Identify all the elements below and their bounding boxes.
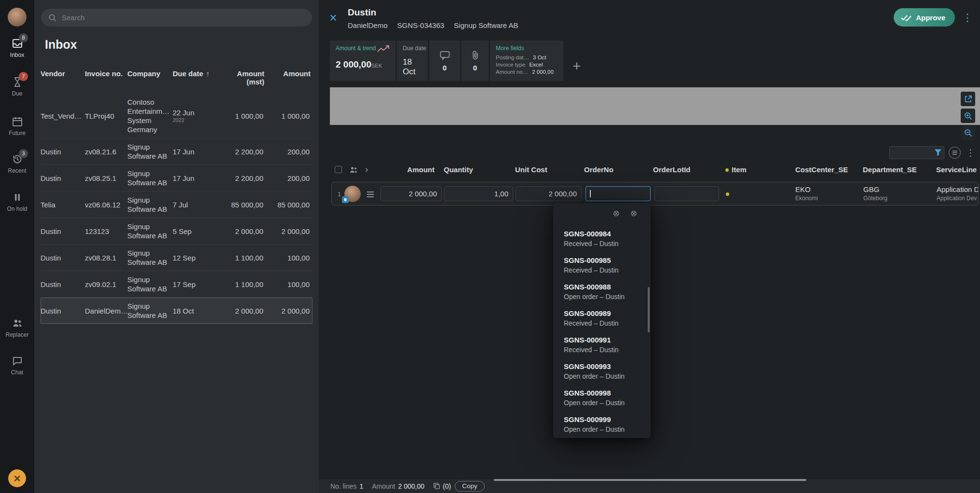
order-option[interactable]: SGNS-000988 Open order – Dustin	[553, 278, 651, 305]
sidebar-item-due[interactable]: 7 Due	[0, 76, 34, 97]
sidebar-label: Chat	[0, 369, 34, 376]
comments-card[interactable]: 0	[429, 41, 460, 81]
sidebar-item-future[interactable]: Future	[0, 116, 34, 137]
line-quantity-field[interactable]: 1,00	[444, 186, 513, 201]
invoice-row[interactable]: Dustin zv08.25.1 Signup Software AB 17 J…	[41, 165, 313, 192]
zoom-in-button[interactable]	[961, 109, 975, 123]
invoice-row[interactable]: Test_Vend… TLProj40 Contoso Entertainm… …	[41, 94, 313, 138]
line-unit-cost-field[interactable]: 2 000,00	[516, 186, 582, 201]
document-preview[interactable]	[330, 87, 980, 125]
column-settings-button[interactable]	[949, 147, 961, 159]
cell-invoice-no: zv08.28.1	[85, 253, 127, 262]
invoice-row[interactable]: Dustin zv09.02.1 Signup Software AB 17 S…	[41, 271, 313, 298]
line-costcenter-cell[interactable]: EKO Ekonomi	[795, 185, 818, 203]
lines-menu-icon[interactable]: ⋮	[965, 147, 976, 158]
invoice-row[interactable]: Dustin zv08.21.6 Signup Software AB 17 J…	[41, 138, 313, 165]
expand-lines-icon[interactable]: ›	[365, 164, 368, 175]
line-assignee-avatar[interactable]	[344, 186, 361, 202]
cell-amount-mst: 2 000,00	[220, 306, 266, 315]
line-amount-field[interactable]: 2 000,00	[381, 186, 442, 201]
add-card-button[interactable]: +	[572, 59, 581, 73]
summary-cards: Amount & trend 2 000,00SEK Due date 18 O…	[330, 41, 581, 81]
col-header-vendor[interactable]: Vendor	[41, 69, 85, 78]
dropdown-scrollbar[interactable]	[648, 287, 650, 332]
search-input[interactable]	[62, 14, 305, 22]
invoice-row[interactable]: Dustin zv08.28.1 Signup Software AB 12 S…	[41, 245, 313, 271]
amount-trend-card[interactable]: Amount & trend 2 000,00SEK	[330, 41, 395, 81]
user-avatar[interactable]	[8, 8, 27, 27]
col-header-costcenter[interactable]: CostCenter_SE	[795, 165, 848, 174]
order-status: Open order – Dustin	[564, 398, 646, 408]
col-header-orderno[interactable]: OrderNo	[584, 165, 613, 174]
line-serviceline-cell[interactable]: Application D Application Dev	[937, 185, 979, 203]
col-header-company[interactable]: Company	[127, 69, 173, 78]
zoom-out-button[interactable]	[961, 125, 975, 140]
cell-amount-mst: 1 100,00	[220, 280, 266, 289]
detail-company: Signup Software AB	[454, 21, 518, 29]
due-date-card[interactable]: Due date 18 Oct	[397, 41, 428, 81]
order-id: SGNS-000993	[564, 361, 646, 371]
filter-icon[interactable]	[934, 149, 942, 156]
more-fields-card[interactable]: More fields Posting dat…3 Oct Invoice ty…	[490, 41, 563, 81]
sidebar-item-on-hold[interactable]: On hold	[0, 192, 34, 212]
due-badge: 7	[19, 72, 28, 81]
detail-menu-icon[interactable]: ⋮	[962, 12, 973, 24]
sidebar-item-recent[interactable]: 3 Recent	[0, 153, 34, 174]
attachments-card[interactable]: 0	[462, 41, 489, 81]
sidebar-item-replacer[interactable]: Replacer	[0, 317, 34, 338]
copies-count: (0)	[443, 482, 451, 490]
document-tools	[961, 92, 975, 140]
col-header-quantity[interactable]: Quantity	[444, 165, 473, 174]
clear-value-icon[interactable]: ⊗	[613, 208, 620, 219]
cell-vendor: Dustin	[41, 306, 85, 315]
dropdown-tools: ⊗ ⊗	[613, 208, 638, 219]
invoice-line-row[interactable]: 1 2 000,00 1,00 2 000,00 EKO Ekonomi GBG…	[331, 182, 979, 205]
col-header-orderlotid[interactable]: OrderLotId	[653, 165, 691, 174]
col-header-due-date[interactable]: Due date↑	[173, 69, 220, 78]
sidebar-item-chat[interactable]: Chat	[0, 355, 34, 376]
external-link-icon	[964, 95, 972, 103]
cell-vendor: Dustin	[41, 280, 85, 289]
select-all-checkbox[interactable]	[335, 166, 342, 173]
orderno-dropdown: ⊗ ⊗ SGNS-000984 Received – Dustin SGNS-0…	[553, 203, 651, 438]
order-option[interactable]: SGNS-000999 Open order – Dustin	[553, 411, 651, 438]
cell-due-date: 17 Jun	[173, 147, 220, 156]
cell-due-date: 18 Oct	[173, 306, 220, 315]
open-external-button[interactable]	[961, 92, 975, 106]
col-header-line-amount[interactable]: Amount	[386, 165, 435, 174]
col-header-invoice-no[interactable]: Invoice no.	[85, 69, 127, 78]
cell-invoice-no: TLProj40	[85, 111, 127, 121]
col-header-amount-mst[interactable]: Amount(mst)	[220, 69, 266, 86]
copy-button[interactable]: Copy	[455, 481, 485, 492]
order-id: SGNS-000984	[564, 229, 646, 239]
clear-filter-icon[interactable]: ⊗	[630, 208, 637, 219]
order-option[interactable]: SGNS-000984 Received – Dustin	[553, 225, 651, 252]
no-lines-label: No. lines	[330, 482, 356, 490]
invoice-row-selected[interactable]: Dustin DanielDem… Signup Software AB 18 …	[41, 298, 313, 324]
assignees-icon[interactable]	[349, 165, 358, 174]
horizontal-scrollbar[interactable]	[494, 479, 806, 481]
order-option[interactable]: SGNS-000985 Received – Dustin	[553, 252, 651, 278]
col-header-unit-cost[interactable]: Unit Cost	[515, 165, 547, 174]
col-header-serviceline[interactable]: ServiceLine	[936, 165, 977, 174]
line-orderno-field[interactable]	[585, 186, 651, 201]
line-orderlotid-field[interactable]	[654, 186, 719, 201]
app-logo[interactable]: ×	[8, 469, 26, 487]
order-option[interactable]: SGNS-000991 Received – Dustin	[553, 331, 651, 358]
col-header-department[interactable]: Department_SE	[863, 165, 917, 174]
order-option[interactable]: SGNS-000989 Received – Dustin	[553, 305, 651, 331]
invoice-amount-value: 2 000,00SEK	[336, 59, 390, 70]
sidebar-item-inbox[interactable]: 8 Inbox	[0, 38, 34, 58]
search-box[interactable]	[41, 9, 312, 27]
col-header-amount[interactable]: Amount	[266, 69, 313, 78]
invoice-row[interactable]: Dustin 123123 Signup Software AB 5 Sep 2…	[41, 218, 313, 245]
col-header-item[interactable]: Item	[732, 165, 747, 174]
invoice-row[interactable]: Telia vz06.06.12 Signup Software AB 7 Ju…	[41, 192, 313, 218]
order-option[interactable]: SGNS-000998 Open order – Dustin	[553, 384, 651, 411]
approve-button[interactable]: Approve	[894, 8, 955, 27]
order-option[interactable]: SGNS-000993 Open order – Dustin	[553, 358, 651, 384]
line-menu-icon[interactable]	[367, 192, 374, 197]
zoom-out-icon	[964, 129, 972, 137]
line-department-cell[interactable]: GBG Göteborg	[863, 185, 887, 203]
close-icon[interactable]: ×	[329, 12, 337, 25]
